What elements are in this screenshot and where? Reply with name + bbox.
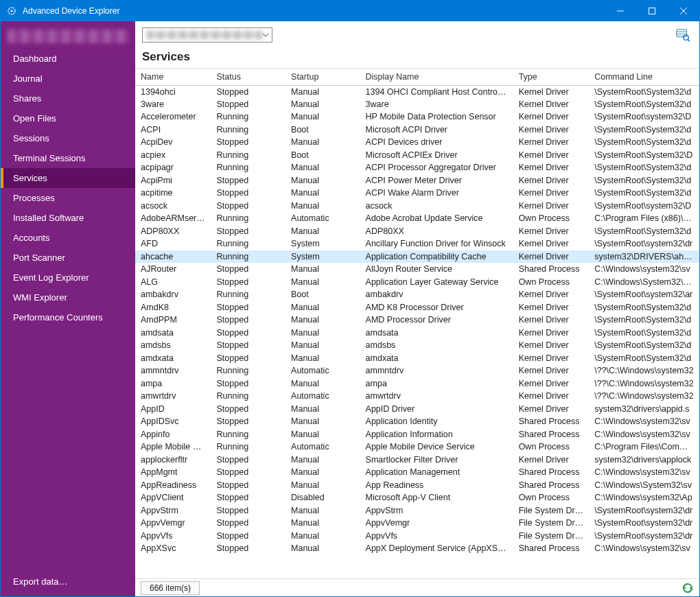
column-header[interactable]: Type <box>513 69 590 85</box>
cell-startup: Boot <box>285 124 360 137</box>
cell-type: Kernel Driver <box>513 250 590 264</box>
sidebar-item-terminal-sessions[interactable]: Terminal Sessions <box>1 148 135 168</box>
cell-status: Running <box>211 212 286 225</box>
cell-status: Stopped <box>211 517 286 530</box>
column-header[interactable]: Display Name <box>360 69 513 85</box>
table-row[interactable]: AmdK8StoppedManualAMD K8 Processor Drive… <box>135 301 699 314</box>
sidebar-item-port-scanner[interactable]: Port Scanner <box>1 248 135 268</box>
sidebar: DashboardJournalSharesOpen FilesSessions… <box>1 21 135 596</box>
window-title: Advanced Device Explorer <box>23 6 605 16</box>
table-row[interactable]: AppIDSvcStoppedManualApplication Identit… <box>135 415 699 428</box>
table-row[interactable]: amdsataStoppedManualamdsataKernel Driver… <box>135 327 699 340</box>
table-row[interactable]: AJRouterStoppedManualAllJoyn Router Serv… <box>135 263 699 276</box>
table-row[interactable]: Apple Mobile De…RunningAutomaticApple Mo… <box>135 441 699 454</box>
table-row[interactable]: AppIDStoppedManualAppID DriverKernel Dri… <box>135 403 699 416</box>
table-row[interactable]: ampaStoppedManualampaKernel Driver\??\C:… <box>135 377 699 390</box>
cell-cmd: C:\Windows\system32\sv <box>589 428 699 441</box>
cell-name: ammntdrv <box>135 364 211 377</box>
table-row[interactable]: amdsbsStoppedManualamdsbsKernel Driver\S… <box>135 339 699 352</box>
cell-name: AppvVemgr <box>135 517 211 530</box>
sidebar-item-performance-counters[interactable]: Performance Counters <box>1 307 135 327</box>
cell-display: Adobe Acrobat Update Service <box>360 212 513 225</box>
cell-cmd: \SystemRoot\system32\D <box>589 200 699 213</box>
table-row[interactable]: AppReadinessStoppedManualApp ReadinessSh… <box>135 479 699 492</box>
cell-type: Kernel Driver <box>513 124 590 137</box>
cell-status: Stopped <box>211 263 286 276</box>
sidebar-item-event-log-explorer[interactable]: Event Log Explorer <box>1 268 135 288</box>
cell-cmd: system32\drivers\appid.s <box>589 403 699 416</box>
table-row[interactable]: AdobeARMserviceRunningAutomaticAdobe Acr… <box>135 212 699 225</box>
sidebar-item-sessions[interactable]: Sessions <box>1 128 135 148</box>
sidebar-item-services[interactable]: Services <box>1 168 135 188</box>
close-button[interactable] <box>668 1 699 21</box>
cell-display: ampa <box>360 377 513 390</box>
table-row[interactable]: AccelerometerRunningManualHP Mobile Data… <box>135 110 699 124</box>
table-row[interactable]: AppvVemgrStoppedManualAppvVemgrFile Syst… <box>135 517 699 530</box>
table-row[interactable]: AFDRunningSystemAncillary Function Drive… <box>135 237 699 250</box>
column-header[interactable]: Startup <box>285 69 360 85</box>
svg-point-1 <box>11 10 13 12</box>
cell-display: ambakdrv <box>360 288 513 301</box>
table-row[interactable]: AcpiPmiStoppedManualACPI Power Meter Dri… <box>135 174 699 187</box>
svg-point-10 <box>684 35 688 40</box>
cell-type: Kernel Driver <box>513 314 590 327</box>
sidebar-item-accounts[interactable]: Accounts <box>1 228 135 248</box>
cell-cmd: \SystemRoot\System32\d <box>589 352 699 365</box>
cell-display: Smartlocker Filter Driver <box>360 454 513 467</box>
cell-startup: Manual <box>285 161 360 174</box>
table-row[interactable]: applockerfltrStoppedManualSmartlocker Fi… <box>135 454 699 467</box>
export-data-link[interactable]: Export data… <box>1 570 135 596</box>
cell-type: Shared Process <box>513 263 590 276</box>
table-row[interactable]: AppvVfsStoppedManualAppvVfsFile System D… <box>135 530 699 543</box>
maximize-button[interactable] <box>636 1 668 21</box>
table-row[interactable]: ADP80XXStoppedManualADP80XXKernel Driver… <box>135 225 699 238</box>
minimize-button[interactable] <box>605 1 636 21</box>
cell-display: AppID Driver <box>360 403 513 416</box>
table-row[interactable]: ACPIRunningBootMicrosoft ACPI DriverKern… <box>135 124 699 137</box>
services-table-scroll[interactable]: NameStatusStartupDisplay NameTypeCommand… <box>135 69 699 578</box>
table-row[interactable]: ammntdrvRunningAutomaticammntdrvKernel D… <box>135 364 699 377</box>
table-row[interactable]: AppMgmtStoppedManualApplication Manageme… <box>135 466 699 479</box>
table-row[interactable]: 3wareStoppedManual3wareKernel Driver\Sys… <box>135 98 699 111</box>
table-row[interactable]: AppvStrmStoppedManualAppvStrmFile System… <box>135 504 699 517</box>
sidebar-item-journal[interactable]: Journal <box>1 69 135 89</box>
table-row[interactable]: acsockStoppedManualacsockKernel Driver\S… <box>135 200 699 213</box>
table-row[interactable]: AppinfoRunningManualApplication Informat… <box>135 428 699 441</box>
sidebar-item-shares[interactable]: Shares <box>1 89 135 108</box>
sidebar-item-open-files[interactable]: Open Files <box>1 108 135 128</box>
table-row[interactable]: AppVClientStoppedDisabledMicrosoft App-V… <box>135 491 699 504</box>
device-dropdown[interactable] <box>142 27 272 43</box>
cell-type: Kernel Driver <box>513 98 590 111</box>
cell-type: Kernel Driver <box>513 339 590 352</box>
table-row[interactable]: AppXSvcStoppedManualAppX Deployment Serv… <box>135 542 699 555</box>
cell-status: Stopped <box>211 327 286 340</box>
table-row[interactable]: AcpiDevStoppedManualACPI Devices driverK… <box>135 136 699 149</box>
table-row[interactable]: amwrtdrvRunningAutomaticamwrtdrvKernel D… <box>135 390 699 403</box>
table-row[interactable]: ALGStoppedManualApplication Layer Gatewa… <box>135 276 699 289</box>
search-icon[interactable] <box>673 27 692 43</box>
column-header[interactable]: Status <box>211 69 286 85</box>
cell-startup: Manual <box>285 504 360 517</box>
sidebar-item-processes[interactable]: Processes <box>1 188 135 208</box>
sidebar-item-installed-software[interactable]: Installed Software <box>1 208 135 228</box>
table-row[interactable]: ambakdrvRunningBootambakdrvKernel Driver… <box>135 288 699 301</box>
toolbar <box>135 21 699 46</box>
table-row[interactable]: acpitimeStoppedManualACPI Wake Alarm Dri… <box>135 187 699 200</box>
cell-status: Stopped <box>211 352 286 365</box>
table-row[interactable]: acpipagrRunningManualACPI Processor Aggr… <box>135 161 699 174</box>
table-row[interactable]: ahcacheRunningSystemApplication Compatib… <box>135 250 699 264</box>
sidebar-item-label: Open Files <box>13 113 56 124</box>
sidebar-item-dashboard[interactable]: Dashboard <box>1 49 135 69</box>
table-row[interactable]: acpiexRunningBootMicrosoft ACPIEx Driver… <box>135 149 699 162</box>
table-row[interactable]: amdxataStoppedManualamdxataKernel Driver… <box>135 352 699 365</box>
table-row[interactable]: AmdPPMStoppedManualAMD Processor DriverK… <box>135 314 699 327</box>
cell-startup: System <box>285 237 360 250</box>
column-header[interactable]: Name <box>135 69 211 85</box>
column-header[interactable]: Command Line <box>589 69 699 85</box>
cell-startup: Manual <box>285 415 360 428</box>
cell-name: AppID <box>135 403 211 416</box>
sidebar-item-wmi-explorer[interactable]: WMI Explorer <box>1 288 135 307</box>
refresh-icon[interactable] <box>681 582 694 594</box>
table-row[interactable]: 1394ohciStoppedManual1394 OHCI Compliant… <box>135 85 699 98</box>
cell-name: AppIDSvc <box>135 415 211 428</box>
